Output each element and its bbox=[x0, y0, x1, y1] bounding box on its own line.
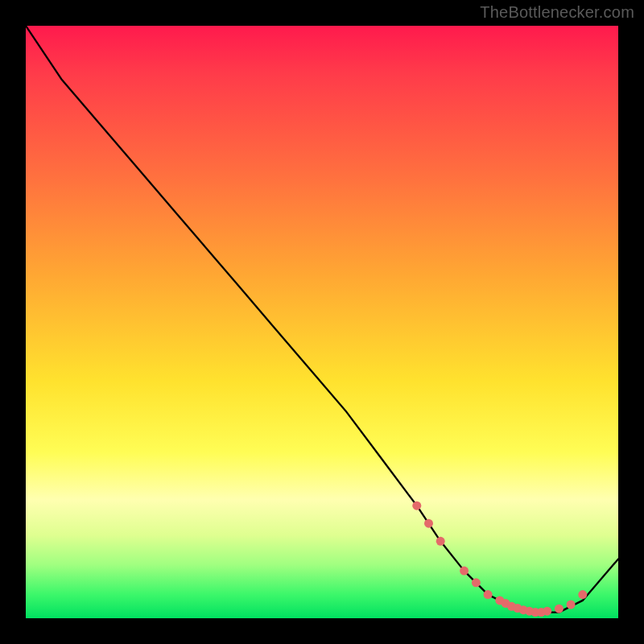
marker-dot bbox=[436, 537, 445, 546]
marker-dot bbox=[460, 567, 469, 576]
marker-group bbox=[412, 502, 587, 617]
marker-dot bbox=[555, 605, 564, 613]
marker-dot bbox=[424, 519, 433, 528]
marker-dot bbox=[543, 607, 551, 616]
marker-dot bbox=[412, 502, 421, 510]
marker-dot bbox=[567, 601, 576, 609]
watermark-text: TheBottlenecker.com bbox=[480, 3, 634, 22]
marker-dot bbox=[578, 590, 587, 599]
marker-dot bbox=[484, 590, 493, 599]
plot-area bbox=[26, 26, 618, 618]
chart-overlay bbox=[26, 26, 618, 618]
chart-frame: TheBottlenecker.com bbox=[0, 0, 644, 644]
marker-dot bbox=[472, 578, 481, 587]
bottleneck-curve bbox=[26, 26, 618, 613]
